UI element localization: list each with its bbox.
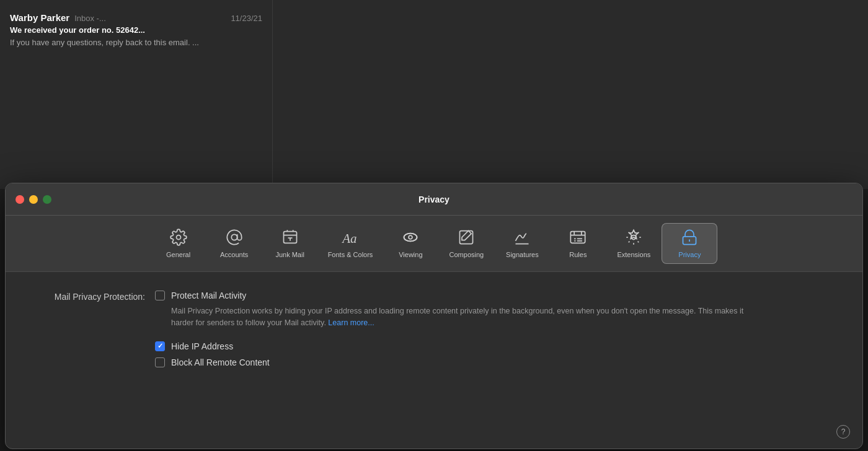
svg-point-0	[176, 235, 180, 240]
toolbar-item-accounts[interactable]: Accounts	[206, 224, 262, 263]
hide-ip-label: Hide IP Address	[171, 341, 233, 351]
toolbar-item-junk-mail[interactable]: Junk Mail	[262, 224, 318, 263]
svg-point-8	[404, 234, 417, 242]
title-bar: Privacy	[6, 183, 862, 216]
content-area: Mail Privacy Protection: Protect Mail Ac…	[6, 272, 862, 386]
hide-ip-row: Hide IP Address	[155, 341, 838, 351]
toolbar-item-privacy[interactable]: Privacy	[662, 223, 717, 264]
mail-background: Warby Parker Inbox -... 11/23/21 We rece…	[0, 0, 868, 189]
protect-right: Protect Mail Activity Mail Privacy Prote…	[171, 291, 760, 329]
privacy-icon	[681, 229, 698, 248]
extensions-icon	[625, 229, 642, 248]
hide-ip-checkbox[interactable]	[155, 341, 165, 351]
at-icon	[226, 229, 243, 248]
protect-activity-checkbox[interactable]	[155, 291, 165, 300]
help-button[interactable]: ?	[836, 425, 850, 439]
toolbar-item-extensions[interactable]: Extensions	[606, 224, 662, 263]
mail-inbox: Inbox -...	[74, 14, 106, 23]
privacy-protection-row: Mail Privacy Protection: Protect Mail Ac…	[30, 291, 838, 329]
toolbar-label-junk-mail: Junk Mail	[275, 251, 304, 258]
mail-sidebar: Warby Parker Inbox -... 11/23/21 We rece…	[0, 0, 273, 189]
viewing-icon	[402, 229, 419, 248]
svg-point-14	[575, 238, 576, 239]
toolbar-label-extensions: Extensions	[617, 251, 650, 258]
toolbar-item-fonts-colors[interactable]: Aa Fonts & Colors	[318, 224, 383, 263]
toolbar-item-signatures[interactable]: Signatures	[494, 224, 550, 263]
section-label: Mail Privacy Protection:	[30, 291, 145, 302]
window-title: Privacy	[418, 195, 450, 204]
learn-more-link[interactable]: Learn more...	[328, 318, 374, 327]
toolbar-label-signatures: Signatures	[506, 251, 539, 258]
mail-subject: We received your order no. 52642...	[10, 25, 262, 35]
toolbar-item-composing[interactable]: Composing	[438, 224, 494, 263]
svg-text:Aa: Aa	[342, 231, 356, 246]
svg-point-1	[231, 234, 237, 240]
toolbar-label-privacy: Privacy	[678, 251, 701, 258]
svg-point-16	[575, 240, 576, 242]
mail-item-header: Warby Parker Inbox -... 11/23/21	[10, 12, 262, 23]
mail-preview: If you have any questions, reply back to…	[10, 37, 262, 48]
protect-main: Protect Mail Activity Mail Privacy Prote…	[155, 291, 760, 329]
mail-sender: Warby Parker	[10, 12, 69, 23]
close-button[interactable]	[16, 195, 24, 204]
privacy-window: Privacy General Accounts Junk Mail	[5, 183, 863, 449]
toolbar-label-composing: Composing	[450, 251, 484, 258]
mail-date: 11/23/21	[231, 14, 262, 23]
toolbar-label-general: General	[166, 251, 190, 258]
toolbar-label-fonts-colors: Fonts & Colors	[328, 251, 373, 258]
composing-icon	[458, 229, 475, 248]
toolbar-label-accounts: Accounts	[220, 251, 248, 258]
block-remote-row: Block All Remote Content	[155, 357, 838, 367]
signatures-icon	[513, 229, 531, 248]
gear-icon	[170, 229, 187, 248]
rules-icon	[569, 229, 587, 248]
block-remote-label: Block All Remote Content	[171, 357, 270, 367]
junk-mail-icon	[281, 229, 299, 248]
fonts-icon: Aa	[342, 229, 359, 248]
svg-rect-2	[283, 232, 296, 243]
toolbar-item-general[interactable]: General	[151, 224, 206, 263]
protect-activity-label: Protect Mail Activity	[171, 291, 760, 300]
protect-description: Mail Privacy Protection works by hiding …	[171, 305, 760, 329]
toolbar-item-rules[interactable]: Rules	[550, 224, 606, 263]
svg-point-9	[409, 235, 412, 239]
toolbar-item-viewing[interactable]: Viewing	[383, 224, 438, 263]
toolbar-label-viewing: Viewing	[399, 251, 422, 258]
toolbar-label-rules: Rules	[569, 251, 587, 258]
toolbar: General Accounts Junk Mail Aa Fonts & Co…	[6, 216, 862, 272]
block-remote-checkbox[interactable]	[155, 357, 165, 367]
minimize-button[interactable]	[29, 195, 38, 204]
maximize-button[interactable]	[43, 195, 51, 204]
window-controls	[16, 195, 51, 204]
